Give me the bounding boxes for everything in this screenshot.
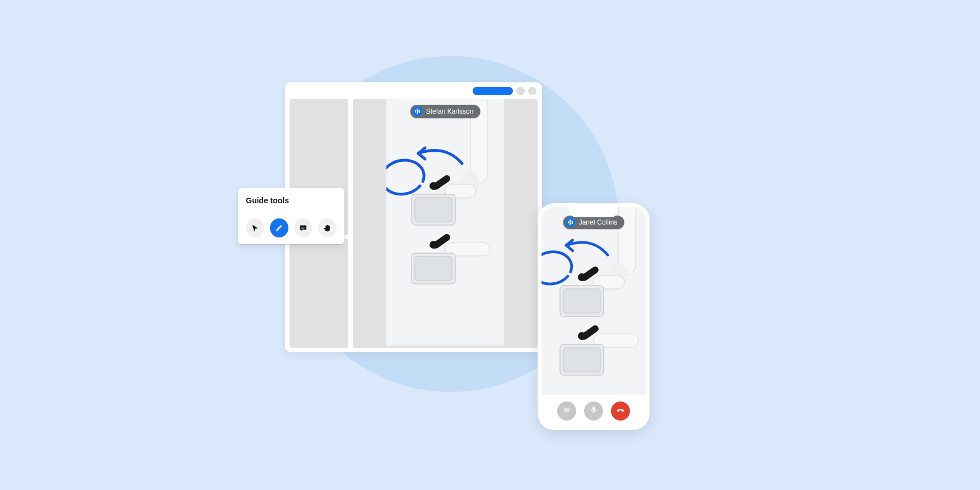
speaker-badge: Stefan Karlsson	[410, 105, 480, 118]
speaker-badge: Janet Collins	[563, 216, 624, 229]
hand-icon	[323, 224, 332, 232]
call-action-bar	[542, 395, 646, 426]
guide-tools-row	[246, 218, 337, 237]
speaker-name: Janet Collins	[579, 218, 618, 226]
chat-tool-button[interactable]	[294, 218, 312, 237]
sidebar-panel[interactable]	[290, 239, 348, 348]
traffic-light-dot[interactable]	[516, 87, 525, 95]
svg-rect-20	[592, 407, 595, 410]
draw-tool-button[interactable]	[270, 218, 288, 237]
hand-tool-button[interactable]	[318, 218, 337, 237]
speaking-indicator-icon	[566, 217, 576, 227]
browser-title-bar	[285, 82, 542, 99]
svg-rect-18	[564, 409, 570, 410]
svg-rect-17	[564, 408, 570, 409]
pointer-tool-button[interactable]	[246, 218, 264, 237]
hangup-icon	[615, 405, 626, 417]
phone-notch	[570, 207, 618, 217]
remote-video-feed	[542, 207, 646, 426]
svg-rect-16	[301, 227, 305, 228]
remote-video-feed	[386, 99, 504, 346]
cursor-icon	[251, 224, 259, 232]
traffic-light-dot[interactable]	[528, 87, 536, 95]
mic-icon	[589, 405, 598, 417]
video-stage: Stefan Karlsson	[353, 99, 538, 348]
menu-button[interactable]	[557, 402, 576, 421]
svg-rect-19	[564, 411, 570, 412]
url-bar[interactable]	[473, 87, 513, 95]
hangup-button[interactable]	[611, 402, 630, 421]
phone-frame: Janet Collins	[538, 203, 650, 430]
speaker-name: Stefan Karlsson	[426, 108, 474, 115]
svg-rect-15	[301, 227, 306, 227]
guide-tools-title: Guide tools	[246, 196, 337, 205]
phone-screen: Janet Collins	[542, 207, 646, 426]
speaking-indicator-icon	[413, 106, 423, 116]
guide-tools-panel: Guide tools	[238, 188, 344, 244]
menu-icon	[562, 405, 571, 417]
chat-icon	[299, 224, 307, 232]
pencil-icon	[275, 224, 283, 232]
mute-button[interactable]	[584, 402, 603, 421]
svg-rect-21	[593, 412, 594, 413]
